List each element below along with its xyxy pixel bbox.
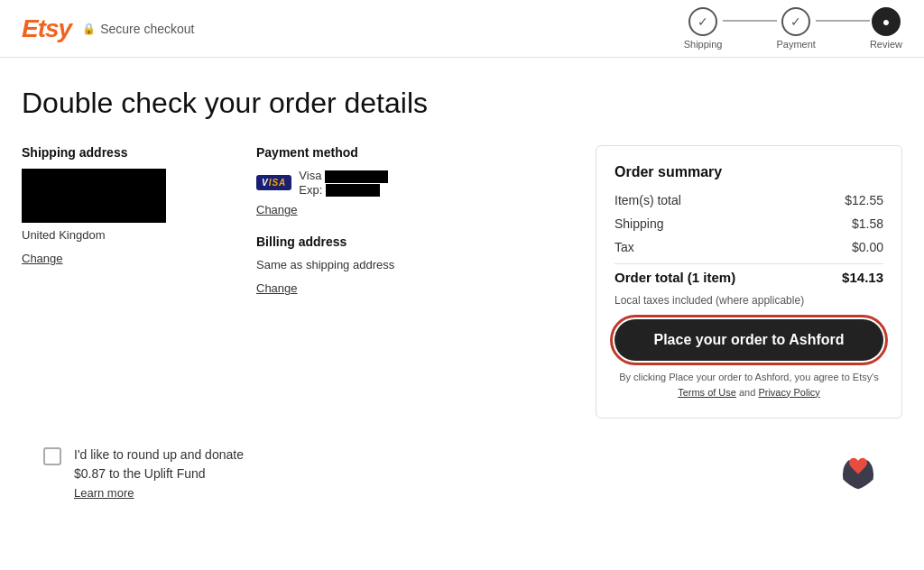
items-value: $12.55 — [845, 193, 883, 207]
card-number-redacted — [325, 170, 388, 183]
order-summary-card: Order summary Item(s) total $12.55 Shipp… — [596, 145, 902, 418]
place-order-button[interactable]: Place your order to Ashford — [614, 319, 883, 361]
order-summary-title: Order summary — [614, 164, 883, 180]
content-grid: Shipping address United Kingdom Change P… — [22, 145, 902, 418]
payment-section-label: Payment method — [256, 145, 437, 160]
payment-method-section: Payment method VISA Visa Exp: — [256, 145, 437, 295]
shipping-section-label: Shipping address — [22, 145, 202, 160]
billing-section: Billing address Same as shipping address… — [256, 234, 437, 295]
info-columns: Shipping address United Kingdom Change P… — [22, 145, 574, 295]
visa-label: Visa — [299, 169, 321, 182]
visa-badge: VISA — [256, 175, 291, 190]
exp-date-redacted — [326, 184, 380, 197]
step-review: ● Review — [870, 7, 902, 50]
right-panel: Order summary Item(s) total $12.55 Shipp… — [596, 145, 902, 418]
donate-checkbox[interactable] — [43, 447, 61, 465]
tax-label: Tax — [614, 240, 634, 254]
shipping-country: United Kingdom — [22, 228, 202, 242]
step-label-shipping: Shipping — [684, 39, 723, 50]
step-label-review: Review — [870, 39, 902, 50]
page-title: Double check your order details — [22, 87, 902, 120]
order-line-tax: Tax $0.00 — [614, 240, 883, 254]
visa-text: VISA — [262, 178, 286, 188]
header: Etsy 🔒 Secure checkout ✓ Shipping ✓ Paym… — [0, 0, 924, 58]
terms-and-text: and — [739, 387, 755, 398]
terms-prefix: By clicking Place your order to Ashford,… — [619, 372, 879, 382]
donate-amount: $0.87 to the Uplift Fund — [74, 464, 244, 483]
visa-info: Visa Exp: — [299, 169, 388, 197]
uplift-fund-icon — [836, 446, 881, 491]
billing-change-link[interactable]: Change — [256, 281, 298, 295]
secure-checkout-label: Secure checkout — [100, 22, 194, 36]
shipping-address-redacted — [22, 169, 166, 223]
order-line-total: Order total (1 item) $14.13 — [614, 263, 883, 285]
header-left: Etsy 🔒 Secure checkout — [22, 14, 194, 43]
visa-row: VISA Visa Exp: — [256, 169, 437, 197]
shipping-address-section: Shipping address United Kingdom Change — [22, 145, 202, 295]
left-panel: Shipping address United Kingdom Change P… — [22, 145, 574, 295]
secure-checkout: 🔒 Secure checkout — [82, 22, 194, 36]
visa-card-line: Visa — [299, 169, 388, 183]
tax-value: $0.00 — [852, 240, 883, 254]
step-payment: ✓ Payment — [777, 7, 816, 50]
privacy-policy-link[interactable]: Privacy Policy — [758, 387, 819, 398]
shipping-change-link[interactable]: Change — [22, 252, 63, 265]
local-taxes-text: Local taxes included (where applicable) — [614, 294, 883, 307]
etsy-logo: Etsy — [22, 14, 71, 43]
connector-1 — [723, 20, 777, 22]
billing-section-label: Billing address — [256, 234, 437, 249]
billing-same-text: Same as shipping address — [256, 258, 437, 271]
donate-label: I'd like to round up and donate — [74, 446, 244, 464]
step-circle-shipping: ✓ — [688, 7, 717, 36]
learn-more-link[interactable]: Learn more — [74, 486, 134, 500]
visa-exp-line: Exp: — [299, 183, 388, 198]
donate-section: I'd like to round up and donate $0.87 to… — [22, 428, 902, 520]
donate-text: I'd like to round up and donate $0.87 to… — [74, 446, 244, 502]
total-label: Order total (1 item) — [614, 270, 735, 285]
step-circle-payment: ✓ — [781, 7, 810, 36]
items-label: Item(s) total — [614, 193, 681, 207]
lock-icon: 🔒 — [82, 23, 96, 35]
exp-label: Exp: — [299, 183, 322, 197]
step-shipping: ✓ Shipping — [684, 7, 723, 50]
shipping-label: Shipping — [614, 216, 664, 231]
total-value: $14.13 — [842, 270, 883, 285]
payment-change-link[interactable]: Change — [256, 203, 298, 216]
step-circle-review: ● — [872, 7, 901, 36]
order-line-shipping: Shipping $1.58 — [614, 216, 883, 231]
order-line-items: Item(s) total $12.55 — [614, 193, 883, 207]
terms-of-use-link[interactable]: Terms of Use — [678, 387, 736, 398]
connector-2 — [816, 20, 870, 22]
step-label-payment: Payment — [777, 39, 816, 50]
progress-steps: ✓ Shipping ✓ Payment ● Review — [684, 7, 902, 50]
terms-text: By clicking Place your order to Ashford,… — [614, 370, 883, 400]
shipping-value: $1.58 — [852, 216, 883, 231]
main-content: Double check your order details Shipping… — [0, 58, 924, 542]
